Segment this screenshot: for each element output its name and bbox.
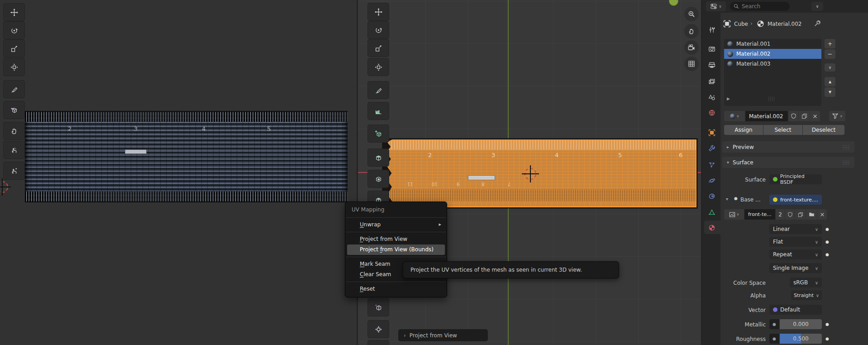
breadcrumb-material[interactable]: Material.002 xyxy=(768,21,801,27)
annotate-tool[interactable] xyxy=(368,81,389,99)
animate-dot[interactable]: ● xyxy=(825,252,829,257)
scale-tool[interactable] xyxy=(368,39,389,57)
move-slot-up-button[interactable]: ▲ xyxy=(825,77,835,86)
node-tree-button[interactable]: ∨ xyxy=(829,111,845,121)
menu-item-project-from-view[interactable]: Project from View xyxy=(347,234,445,244)
tab-tool-properties[interactable] xyxy=(706,24,718,35)
inset-faces-tool[interactable] xyxy=(368,170,389,187)
assign-button[interactable]: Assign xyxy=(724,125,763,135)
extrude-region-tool[interactable] xyxy=(368,149,389,166)
tab-material-properties[interactable] xyxy=(706,222,718,233)
tab-constraints-properties[interactable] xyxy=(706,191,718,202)
material-slot-material-001[interactable]: Material.001 xyxy=(724,39,821,49)
uv-unwrapped-mesh[interactable]: 2345 xyxy=(25,111,348,202)
panel-grip[interactable]: :::::::: xyxy=(843,145,850,149)
pin-icon[interactable] xyxy=(814,19,821,27)
browse-material-button[interactable]: ∨ xyxy=(724,111,745,121)
breadcrumb-object[interactable]: Cube xyxy=(734,21,748,27)
image-name-field[interactable]: front-te... xyxy=(744,209,775,220)
new-image-button[interactable] xyxy=(795,209,806,220)
animate-dot[interactable]: ● xyxy=(825,240,829,244)
menu-item-project-from-view-bounds[interactable]: Project from View (Bounds) xyxy=(347,244,445,255)
menu-item-unwrap[interactable]: Unwrap▸ xyxy=(347,220,445,230)
metallic-slider[interactable]: 0.000 xyxy=(780,319,822,329)
move-tool[interactable] xyxy=(368,3,389,20)
projection-dropdown[interactable]: Flat∨ xyxy=(769,237,822,247)
grid-overlay-button[interactable] xyxy=(684,57,699,71)
list-resize-grip[interactable]: :::::::: xyxy=(768,97,775,101)
preview-panel-header[interactable]: ▸ Preview :::::::: xyxy=(722,141,854,153)
grab-tool[interactable] xyxy=(4,122,24,139)
tab-world-properties[interactable] xyxy=(706,107,718,118)
tab-object-data-properties[interactable] xyxy=(706,207,718,218)
smooth-tool[interactable] xyxy=(368,321,389,338)
open-image-button[interactable] xyxy=(806,209,817,220)
animate-dot[interactable]: ● xyxy=(825,322,829,326)
filter-options-button[interactable]: ∨ xyxy=(811,2,823,11)
add-slot-button[interactable]: + xyxy=(825,39,835,48)
base-expand-icon[interactable]: ▾ xyxy=(726,196,728,201)
pan-hand-overlay-button[interactable] xyxy=(684,24,699,38)
unlink-material-button[interactable] xyxy=(810,111,820,121)
add-cube-tool[interactable] xyxy=(368,125,389,142)
roughness-slider[interactable]: 0.500 xyxy=(780,334,822,344)
shear-tool[interactable] xyxy=(368,340,389,345)
select-button[interactable]: Select xyxy=(763,125,802,135)
surface-shader-button[interactable]: Principled BSDF xyxy=(769,174,822,184)
tab-scene-properties[interactable] xyxy=(706,92,718,103)
tab-modifiers-properties[interactable] xyxy=(706,143,718,154)
search-input[interactable]: Search xyxy=(730,2,790,11)
animate-dot[interactable]: ● xyxy=(825,336,829,341)
fake-user-button[interactable] xyxy=(788,111,798,121)
surface-panel-header[interactable]: ▾ Surface :::::::: xyxy=(722,157,854,168)
rotate-tool[interactable] xyxy=(4,22,24,39)
vector-link-button[interactable]: Default xyxy=(769,305,822,315)
transform-tool[interactable] xyxy=(4,58,24,76)
editor-type-button[interactable]: ∨ xyxy=(706,1,726,11)
measure-tool[interactable] xyxy=(368,102,389,120)
slot-specials-button[interactable]: ∨ xyxy=(825,63,835,72)
tab-view-layer-properties[interactable] xyxy=(706,77,718,87)
loop-cut-tool[interactable] xyxy=(368,299,389,316)
browse-image-button[interactable]: ∨ xyxy=(724,209,744,220)
image-users-button[interactable]: 2 xyxy=(776,209,785,220)
new-material-button[interactable] xyxy=(799,111,810,121)
deselect-button[interactable]: Deselect xyxy=(803,125,844,135)
material-slot-material-003[interactable]: Material.003 xyxy=(724,59,821,69)
list-filter-expand[interactable]: ▶ xyxy=(727,96,730,101)
rip-region-tool[interactable] xyxy=(4,101,24,119)
base-color-link-button[interactable]: front-texture.... xyxy=(769,195,822,205)
tab-physics-properties[interactable] xyxy=(706,175,718,186)
relax-tool[interactable] xyxy=(4,141,24,158)
image-fake-user-button[interactable] xyxy=(785,209,795,220)
tab-output-properties[interactable] xyxy=(706,60,718,71)
unlink-image-button[interactable] xyxy=(817,209,827,220)
metallic-socket-toggle[interactable]: ● xyxy=(769,319,779,329)
annotate-tool[interactable] xyxy=(4,81,24,98)
remove-slot-button[interactable]: − xyxy=(825,49,835,59)
ruler-mesh-selected[interactable]: 23456 1110987 xyxy=(382,139,697,208)
zoom-overlay-button[interactable] xyxy=(684,7,699,21)
tab-object-properties[interactable] xyxy=(706,127,718,138)
colorspace-dropdown[interactable]: sRGB∨ xyxy=(790,278,822,288)
panel-grip[interactable]: :::::::: xyxy=(843,161,850,164)
alpha-dropdown[interactable]: Straight∨ xyxy=(791,290,822,300)
move-slot-down-button[interactable]: ▼ xyxy=(825,87,835,97)
uv-editor[interactable]: 2345 xyxy=(0,0,357,345)
animate-dot[interactable]: ● xyxy=(825,227,829,231)
scale-tool[interactable] xyxy=(4,40,24,57)
last-operator-panel[interactable]: › Project from View xyxy=(398,329,488,341)
menu-item-reset[interactable]: Reset xyxy=(347,284,445,294)
pinch-tool[interactable] xyxy=(4,162,24,179)
tab-render-properties[interactable] xyxy=(706,43,718,54)
transform-tool[interactable] xyxy=(368,58,389,76)
camera-overlay-button[interactable] xyxy=(684,40,699,55)
roughness-socket-toggle[interactable]: ● xyxy=(769,334,779,344)
extension-dropdown[interactable]: Repeat∨ xyxy=(769,249,822,259)
tab-particles-properties[interactable] xyxy=(706,159,718,170)
move-tool[interactable] xyxy=(4,4,24,21)
interpolation-dropdown[interactable]: Linear∨ xyxy=(769,224,822,234)
rotate-tool[interactable] xyxy=(368,21,389,38)
material-name-field[interactable]: Material.002 xyxy=(745,111,788,121)
material-slot-material-002[interactable]: Material.002 xyxy=(724,49,821,59)
